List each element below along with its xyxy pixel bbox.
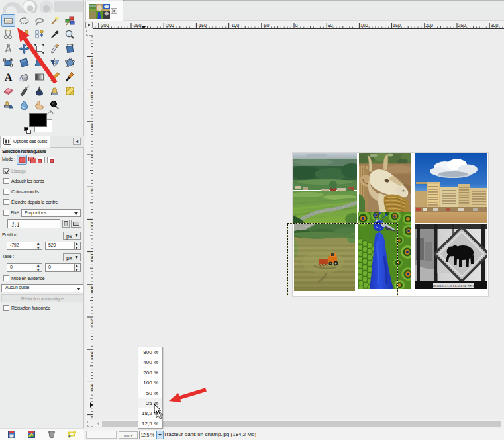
- svg-text:-300: -300: [99, 24, 109, 28]
- svg-text:-100: -100: [230, 24, 239, 28]
- svg-text:250: 250: [458, 24, 466, 28]
- svg-text:-250: -250: [132, 24, 142, 28]
- svg-text:200: 200: [425, 24, 433, 28]
- svg-text:100: 100: [360, 24, 368, 28]
- svg-text:-200: -200: [165, 24, 174, 28]
- svg-text:150: 150: [393, 24, 401, 28]
- svg-text:50: 50: [328, 24, 333, 28]
- svg-text:300: 300: [491, 24, 499, 28]
- svg-text:SURVEILLEZ LES ENFANTS: SURVEILLEZ LES ENFANTS: [430, 285, 478, 288]
- svg-text:-150: -150: [197, 24, 207, 28]
